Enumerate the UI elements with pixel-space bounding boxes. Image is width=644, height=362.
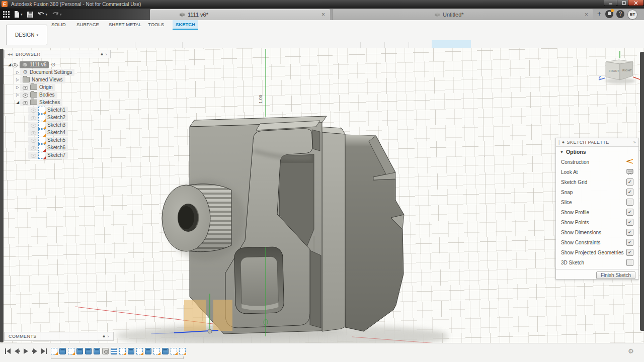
timeline-feature-8[interactable] <box>111 348 117 354</box>
collapse-panel-icon[interactable]: » <box>633 140 636 145</box>
show-profile-checkbox[interactable]: ✓ <box>626 209 633 216</box>
sketch-palette-header[interactable]: | ● SKETCH PALETTE » <box>556 138 638 147</box>
minimize-button[interactable] <box>604 0 617 6</box>
timeline-feature-12[interactable] <box>145 348 151 354</box>
show-points-checkbox[interactable]: ✓ <box>626 219 633 226</box>
user-avatar[interactable]: BT <box>627 10 637 20</box>
visibility-eye-icon[interactable] <box>31 123 36 127</box>
browser-header[interactable]: ◀◀ BROWSER ● › <box>4 50 111 58</box>
drag-handle-icon[interactable]: | <box>558 140 560 145</box>
timeline-feature-3[interactable] <box>68 348 74 354</box>
options-section-header[interactable]: ▼ Options <box>556 147 638 157</box>
app-grid-icon[interactable] <box>3 11 10 18</box>
sketch-origin-point[interactable] <box>208 329 212 333</box>
right-panel-handle[interactable] <box>640 52 644 331</box>
document-tab-inactive[interactable]: Untitled* × <box>332 9 593 20</box>
snap-checkbox[interactable]: ✓ <box>626 189 633 196</box>
timeline-feature-7[interactable] <box>102 348 109 354</box>
browser-item-sketch2[interactable]: Sketch2 <box>4 114 111 121</box>
undo-button[interactable]: ▾ <box>38 12 48 17</box>
visibility-eye-icon[interactable] <box>23 85 28 89</box>
expand-triangle-icon[interactable]: ◢ <box>15 100 20 105</box>
redo-button[interactable]: ▾ <box>52 12 62 17</box>
timeline-feature-6[interactable] <box>94 348 100 354</box>
ribbon-tab-sheet-metal[interactable]: SHEET METAL <box>106 20 144 29</box>
slice-checkbox[interactable] <box>626 199 633 206</box>
timeline-feature-9[interactable] <box>119 348 126 354</box>
activate-target-icon[interactable]: ⊙ <box>51 61 55 68</box>
visibility-eye-icon[interactable] <box>31 153 36 157</box>
timeline-feature-14[interactable] <box>162 348 169 354</box>
left-panel-handle[interactable] <box>0 49 4 342</box>
timeline-feature-11[interactable] <box>136 348 143 354</box>
workspace-selector[interactable]: DESIGN ▾ <box>6 25 47 45</box>
browser-item-sketch6[interactable]: Sketch6 <box>4 144 111 151</box>
visibility-eye-icon[interactable] <box>23 93 28 97</box>
timeline-skip-start-button[interactable] <box>4 347 12 355</box>
collapse-panel-icon[interactable]: ◀◀ <box>8 52 13 56</box>
timeline-feature-4[interactable] <box>76 348 83 354</box>
timeline-skip-end-button[interactable] <box>40 347 48 355</box>
timeline-feature-10[interactable] <box>128 348 134 354</box>
browser-item-sketch5[interactable]: Sketch5 <box>4 136 111 144</box>
browser-item-sketch4[interactable]: Sketch4 <box>4 129 111 136</box>
close-button[interactable] <box>628 0 644 6</box>
panel-expand-icon[interactable]: › <box>106 52 107 57</box>
ribbon-tab-surface[interactable]: SURFACE <box>73 20 102 29</box>
expand-triangle-icon[interactable]: ◢ <box>7 62 12 67</box>
comments-bar[interactable]: COMMENTS ● › <box>4 332 114 341</box>
visibility-eye-icon[interactable] <box>31 138 36 142</box>
browser-item-sketch3[interactable]: Sketch3 <box>4 121 111 129</box>
construction-icon[interactable] <box>625 158 633 165</box>
visibility-eye-icon[interactable] <box>31 108 36 112</box>
expand-triangle-icon[interactable]: ▷ <box>15 70 20 74</box>
look-at-icon[interactable] <box>626 168 633 176</box>
show-projected-checkbox[interactable]: ✓ <box>626 249 633 256</box>
browser-item-sketch7[interactable]: Sketch7 <box>4 151 111 159</box>
visibility-eye-icon[interactable] <box>31 146 36 150</box>
settings-gear-icon[interactable]: ⚙ <box>628 347 634 355</box>
timeline-step-back-button[interactable] <box>13 347 21 355</box>
timeline-play-button[interactable] <box>22 347 30 355</box>
timeline-feature-2[interactable] <box>59 348 66 354</box>
ribbon-tab-tools[interactable]: TOOLS <box>145 20 167 29</box>
visibility-eye-icon[interactable] <box>12 63 18 67</box>
dimension-label[interactable]: 1.00 <box>258 95 263 104</box>
expand-triangle-icon[interactable]: ▷ <box>15 93 20 97</box>
visibility-eye-icon[interactable] <box>31 131 36 135</box>
viewport-canvas[interactable]: 1.00 FRONT RIGHT Z X ◀◀ BROWSER ● › <box>0 48 644 343</box>
browser-item-bodies[interactable]: ▷ Bodies <box>4 91 111 99</box>
timeline-feature-16[interactable] <box>179 348 186 354</box>
new-tab-button[interactable]: + <box>595 10 603 18</box>
timeline-feature-13[interactable] <box>153 348 160 354</box>
view-cube[interactable]: FRONT RIGHT Z X <box>598 49 644 87</box>
timeline-feature-1[interactable] <box>51 348 57 354</box>
finish-sketch-palette-button[interactable]: Finish Sketch <box>596 272 635 279</box>
panel-dot-icon[interactable]: ● <box>101 52 104 57</box>
panel-dot-icon[interactable]: ● <box>103 334 106 339</box>
panel-expand-icon[interactable]: › <box>108 334 109 339</box>
tab-close-icon[interactable]: × <box>321 11 325 18</box>
browser-item-named-views[interactable]: ▷ Named Views <box>4 76 111 83</box>
fusion-logo-icon[interactable]: F <box>2 1 8 7</box>
expand-triangle-icon[interactable]: ▷ <box>15 77 20 82</box>
file-menu-button[interactable]: ▾ <box>14 11 23 18</box>
timeline-feature-15[interactable] <box>171 348 177 354</box>
save-button[interactable] <box>27 12 33 18</box>
timeline-step-forward-button[interactable] <box>31 347 39 355</box>
3d-sketch-checkbox[interactable] <box>626 259 633 266</box>
browser-root-row[interactable]: ◢ 1111 v6 ⊙ <box>4 61 111 68</box>
browser-item-sketch1[interactable]: Sketch1 <box>4 106 111 114</box>
visibility-eye-icon[interactable] <box>23 101 28 105</box>
ribbon-tab-solid[interactable]: SOLID <box>48 20 69 29</box>
expand-triangle-icon[interactable]: ▷ <box>15 85 20 89</box>
document-tab-active[interactable]: 1111 v6* × <box>150 9 330 20</box>
ribbon-tab-sketch[interactable]: SKETCH <box>173 20 198 30</box>
visibility-eye-icon[interactable] <box>31 116 36 120</box>
browser-item-origin[interactable]: ▷ Origin <box>4 83 111 91</box>
help-button[interactable]: ? <box>616 10 624 18</box>
notifications-button[interactable] <box>605 10 613 18</box>
sketch-grid-checkbox[interactable]: ✓ <box>626 178 633 186</box>
browser-item-document-settings[interactable]: ▷ ⚙ Document Settings <box>4 68 111 76</box>
tab-close-icon[interactable]: × <box>585 11 588 18</box>
